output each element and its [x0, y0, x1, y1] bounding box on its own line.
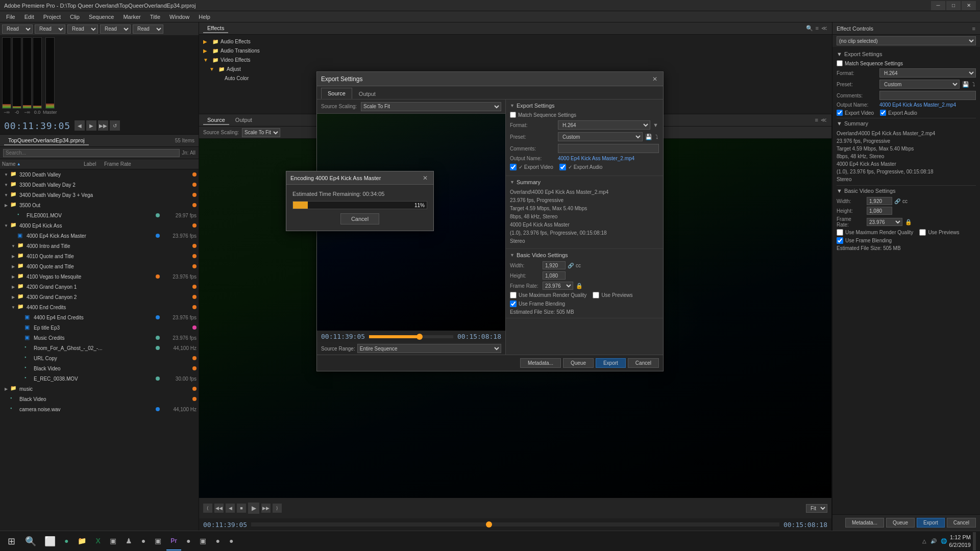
export-button[interactable]: Export: [917, 518, 945, 528]
preset-import-icon[interactable]: ⤵: [972, 81, 976, 88]
tree-item[interactable]: ▪Room_For_A_Ghost_-_02_-...44,100 Hz: [0, 343, 199, 353]
show-desktop-button[interactable]: [973, 532, 976, 550]
project-tab[interactable]: TopQueerOverlandEp34.prproj: [4, 136, 89, 145]
dlg-cancel-btn[interactable]: Cancel: [628, 358, 659, 368]
project-search-input[interactable]: [3, 149, 180, 157]
tree-expand-icon[interactable]: ▶: [3, 202, 9, 208]
export-dialog-close[interactable]: ✕: [651, 75, 659, 83]
tree-item[interactable]: ▪FILE0001.MOV29.97 fps: [0, 210, 199, 220]
tree-item[interactable]: ▣4000 Ep4 Kick Ass Master23.976 fps: [0, 231, 199, 241]
effects-audio-transitions[interactable]: ▶ 📁 Audio Transitions: [201, 46, 830, 55]
tree-item[interactable]: ▶📁4100 Vegas to Mesquite23.976 fps: [0, 271, 199, 282]
tree-item[interactable]: ▣4400 Ep4 End Credits23.976 fps: [0, 312, 199, 322]
source-scaling-dropdown[interactable]: Scale To Fit: [242, 128, 280, 137]
source-range-dropdown[interactable]: Entire Sequence: [357, 344, 501, 353]
audio-ch5-dropdown[interactable]: Read: [133, 24, 163, 34]
play-fwd-button[interactable]: ▶: [248, 503, 259, 514]
search-button[interactable]: 🔍: [21, 532, 40, 550]
tree-expand-icon[interactable]: [17, 324, 23, 331]
tree-expand-icon[interactable]: [17, 314, 23, 320]
tray-chevron[interactable]: △: [922, 538, 926, 544]
preset-save-icon[interactable]: 💾: [962, 81, 970, 88]
tree-expand-icon[interactable]: ▼: [3, 192, 9, 198]
dlg-match-checkbox[interactable]: [510, 112, 516, 118]
app-a[interactable]: ▣: [106, 532, 120, 550]
tree-item[interactable]: ▶📁4010 Quote and Title: [0, 251, 199, 261]
tree-item[interactable]: ▶📁4000 Quote and Title: [0, 261, 199, 271]
app-d[interactable]: ●: [182, 532, 194, 550]
tree-item[interactable]: ▪Black Video: [0, 363, 199, 373]
dlg-metadata-btn[interactable]: Metadata...: [520, 358, 561, 368]
tree-item[interactable]: ▪E_REC_0038.MOV30.00 fps: [0, 373, 199, 384]
preset-import-icon2[interactable]: ⤵: [655, 133, 659, 140]
timeline-scrubber[interactable]: [251, 522, 779, 527]
tree-item[interactable]: ▼📁3300 Death Valley Day 2: [0, 180, 199, 190]
dlg-preset-dropdown[interactable]: Custom: [558, 132, 643, 141]
cancel-export-button[interactable]: Cancel: [947, 518, 976, 528]
menu-window[interactable]: Window: [165, 13, 193, 21]
step-fwd-button[interactable]: ▶▶: [261, 504, 271, 513]
maximize-button[interactable]: □: [946, 1, 961, 10]
export-video-checkbox[interactable]: [837, 110, 843, 116]
play-button[interactable]: ▶: [86, 120, 96, 131]
tree-item[interactable]: ▼📁3200 Death Valley: [0, 169, 199, 180]
dlg-format-dropdown[interactable]: H.264: [558, 120, 650, 130]
tree-expand-icon[interactable]: ▼: [3, 182, 9, 188]
tree-expand-icon[interactable]: ▼: [10, 243, 16, 249]
framerate-dropdown[interactable]: 23.976: [867, 218, 902, 226]
step-back-button[interactable]: ◀◀: [214, 504, 224, 513]
dlg-frame-blend[interactable]: [510, 300, 517, 307]
start-button[interactable]: ⊞: [2, 532, 20, 550]
system-clock[interactable]: 1:12 PM 6/2/2019: [949, 534, 971, 548]
width-input[interactable]: [867, 197, 892, 205]
export-scrubber[interactable]: [369, 335, 453, 338]
source-settings-icon[interactable]: ≡: [815, 116, 819, 124]
tree-expand-icon[interactable]: [3, 396, 9, 402]
app-e[interactable]: ▣: [195, 532, 210, 550]
task-view-button[interactable]: ⬜: [41, 532, 59, 550]
menu-sequence[interactable]: Sequence: [85, 13, 118, 21]
source-close-icon[interactable]: ≪: [820, 116, 827, 124]
dlg-queue-btn[interactable]: Queue: [563, 358, 594, 368]
summary-header-dlg[interactable]: ▼ Summary: [510, 179, 659, 185]
menu-title[interactable]: Title: [146, 13, 164, 21]
tree-item[interactable]: ▪Black Video: [0, 394, 199, 404]
effects-tab[interactable]: Effects: [203, 24, 228, 33]
menu-edit[interactable]: Edit: [20, 13, 38, 21]
source-tab[interactable]: Source: [203, 116, 229, 125]
height-input[interactable]: [867, 207, 892, 215]
speaker-icon[interactable]: 🔊: [930, 538, 937, 544]
frame-blend-checkbox[interactable]: [837, 237, 843, 244]
clip-selector[interactable]: (no clip selected): [837, 36, 976, 45]
play-back-button[interactable]: ◀: [226, 504, 235, 513]
close-button[interactable]: ✕: [962, 1, 976, 10]
tree-item[interactable]: ▼📁4000 Ep4 Kick Ass: [0, 220, 199, 231]
menu-project[interactable]: Project: [39, 13, 65, 21]
tree-item[interactable]: ▶📁music: [0, 384, 199, 394]
use-previews-checkbox[interactable]: [919, 229, 926, 236]
summary-header[interactable]: ▼ Summary: [837, 120, 976, 127]
fit-dropdown[interactable]: Fit: [806, 504, 827, 513]
export-output-tab[interactable]: Output: [352, 88, 382, 99]
tree-expand-icon[interactable]: ▶: [10, 263, 16, 269]
tree-expand-icon[interactable]: ▶: [10, 253, 16, 259]
premiere-app[interactable]: Pr: [166, 532, 181, 550]
match-sequence-checkbox[interactable]: [837, 60, 843, 66]
prev-frame-button[interactable]: ◀: [75, 120, 85, 131]
format-dropdown[interactable]: H.264: [879, 68, 976, 78]
app-b[interactable]: ●: [137, 532, 150, 550]
tree-item[interactable]: ▪camera noise.wav44,100 Hz: [0, 404, 199, 414]
tree-expand-icon[interactable]: ▶: [10, 284, 16, 290]
export-audio-checkbox[interactable]: [880, 110, 886, 116]
menu-marker[interactable]: Marker: [119, 13, 144, 21]
fx-new-icon[interactable]: ≡: [815, 24, 819, 32]
loop-button[interactable]: ↺: [110, 120, 120, 131]
fx-search-icon[interactable]: 🔍: [805, 24, 814, 32]
add-in-button[interactable]: ⟨: [203, 504, 212, 513]
app-c[interactable]: ▣: [151, 532, 165, 550]
dlg-use-previews[interactable]: [593, 292, 599, 298]
dlg-export-audio-chk[interactable]: [559, 164, 566, 170]
tree-expand-icon[interactable]: [17, 375, 23, 382]
tree-expand-icon[interactable]: [17, 355, 23, 361]
export-settings-header[interactable]: ▼ Export Settings: [837, 51, 976, 57]
